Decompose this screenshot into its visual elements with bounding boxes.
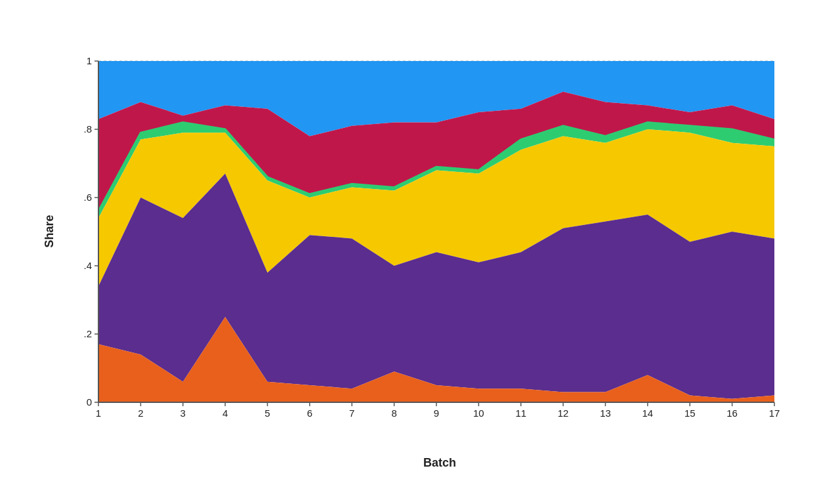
x-tick-14: 14 xyxy=(642,408,654,419)
chart-container: Share 12345678910111213141516170.2.4.6.8… xyxy=(26,16,814,488)
x-tick-17: 17 xyxy=(769,408,780,419)
y-tick-.6: .6 xyxy=(83,192,92,203)
y-tick-.4: .4 xyxy=(83,260,92,271)
x-tick-15: 15 xyxy=(684,408,696,419)
y-axis-label: Share xyxy=(43,215,56,247)
main-chart: 12345678910111213141516170.2.4.6.81 xyxy=(66,48,788,442)
y-tick-.2: .2 xyxy=(83,328,92,339)
x-tick-3: 3 xyxy=(180,408,186,419)
x-tick-6: 6 xyxy=(307,408,312,419)
x-tick-7: 7 xyxy=(349,408,354,419)
x-tick-4: 4 xyxy=(222,408,228,419)
x-tick-1: 1 xyxy=(96,408,101,419)
x-tick-10: 10 xyxy=(473,408,484,419)
y-tick-1: 1 xyxy=(87,55,92,66)
y-tick-.8: .8 xyxy=(83,123,92,135)
x-tick-5: 5 xyxy=(264,408,270,419)
x-tick-12: 12 xyxy=(558,408,569,419)
x-tick-16: 16 xyxy=(726,408,738,419)
x-axis-label: Batch xyxy=(423,456,456,469)
x-tick-11: 11 xyxy=(515,408,526,419)
x-tick-8: 8 xyxy=(391,408,396,419)
x-tick-9: 9 xyxy=(434,408,439,419)
y-tick-0: 0 xyxy=(87,396,92,408)
x-tick-13: 13 xyxy=(600,408,611,419)
x-tick-2: 2 xyxy=(138,408,143,419)
